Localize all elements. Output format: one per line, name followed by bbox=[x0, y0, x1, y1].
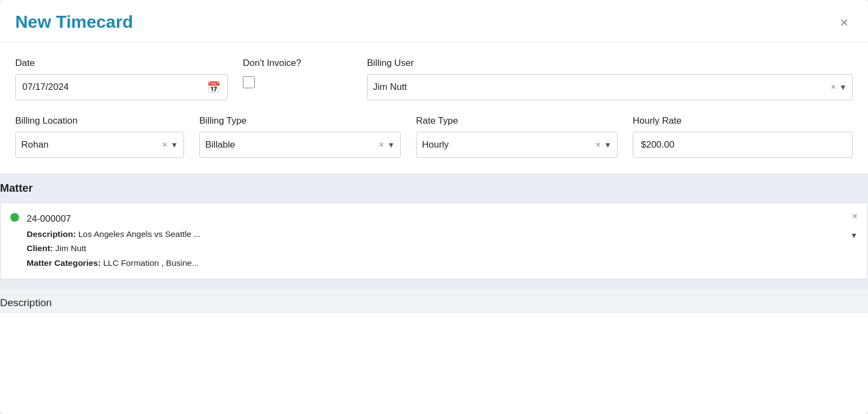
matter-status-dot bbox=[10, 213, 19, 222]
billing-type-select[interactable]: Billable × ▼ bbox=[199, 132, 401, 158]
matter-description-label: Description: bbox=[27, 229, 76, 239]
matter-info: 24-000007 Description: Los Angeles Angel… bbox=[27, 211, 201, 270]
billing-type-value: Billable bbox=[205, 139, 379, 150]
billing-user-clear-icon[interactable]: × bbox=[831, 82, 836, 92]
description-section-title: Description bbox=[0, 297, 868, 309]
matter-client-value: Jim Nutt bbox=[56, 243, 87, 253]
date-input-wrapper[interactable]: 📅 bbox=[15, 74, 228, 100]
modal-body: Date 📅 Don't Invoice? Billing User Jim N… bbox=[0, 42, 868, 158]
billing-location-label: Billing Location bbox=[15, 115, 184, 126]
rate-type-value: Hourly bbox=[422, 139, 596, 150]
matter-description-field: Description: Los Angeles Angels vs Seatt… bbox=[27, 227, 201, 241]
matter-client-field: Client: Jim Nutt bbox=[27, 241, 201, 255]
rate-type-group: Rate Type Hourly × ▼ bbox=[416, 115, 618, 158]
matter-card-right: × ▼ bbox=[850, 211, 858, 240]
modal-title: New Timecard bbox=[15, 12, 133, 32]
rate-type-dropdown-icon[interactable]: ▼ bbox=[604, 141, 612, 149]
dont-invoice-checkbox-wrapper bbox=[243, 74, 352, 88]
billing-location-clear-icon[interactable]: × bbox=[162, 140, 167, 150]
new-timecard-modal: New Timecard × Date 📅 Don't Invoice? Bil… bbox=[0, 0, 868, 414]
dont-invoice-label: Don't Invoice? bbox=[243, 58, 352, 69]
dont-invoice-group: Don't Invoice? bbox=[243, 58, 352, 88]
hourly-rate-input[interactable] bbox=[633, 132, 853, 158]
close-button[interactable]: × bbox=[836, 13, 853, 32]
billing-user-value: Jim Nutt bbox=[373, 82, 831, 93]
matter-section-title: Matter bbox=[0, 182, 868, 194]
matter-close-icon[interactable]: × bbox=[852, 211, 858, 221]
billing-location-value: Rohan bbox=[21, 139, 162, 150]
billing-type-group: Billing Type Billable × ▼ bbox=[199, 115, 401, 158]
matter-description-value: Los Angeles Angels vs Seattle ... bbox=[78, 229, 201, 239]
billing-location-group: Billing Location Rohan × ▼ bbox=[15, 115, 184, 158]
billing-user-label: Billing User bbox=[367, 58, 853, 69]
billing-location-select[interactable]: Rohan × ▼ bbox=[15, 132, 184, 158]
date-label: Date bbox=[15, 58, 228, 69]
form-row-2: Billing Location Rohan × ▼ Billing Type … bbox=[15, 115, 853, 158]
modal-header: New Timecard × bbox=[0, 0, 868, 42]
matter-dropdown-icon[interactable]: ▼ bbox=[850, 231, 858, 240]
matter-section: Matter 24-000007 Description: Los Angele… bbox=[0, 173, 868, 289]
rate-type-select[interactable]: Hourly × ▼ bbox=[416, 132, 618, 158]
billing-user-dropdown-icon[interactable]: ▼ bbox=[839, 83, 847, 92]
matter-categories-field: Matter Categories: LLC Formation , Busin… bbox=[27, 256, 201, 270]
billing-type-label: Billing Type bbox=[199, 115, 401, 126]
billing-type-dropdown-icon[interactable]: ▼ bbox=[387, 141, 395, 149]
hourly-rate-group: Hourly Rate bbox=[633, 115, 853, 158]
description-section: Description bbox=[0, 289, 868, 313]
dont-invoice-checkbox[interactable] bbox=[243, 76, 255, 88]
billing-user-group: Billing User Jim Nutt × ▼ bbox=[367, 58, 853, 100]
date-input[interactable] bbox=[22, 82, 203, 93]
billing-type-clear-icon[interactable]: × bbox=[379, 140, 384, 150]
calendar-icon[interactable]: 📅 bbox=[207, 81, 221, 94]
date-group: Date 📅 bbox=[15, 58, 228, 100]
matter-id: 24-000007 bbox=[27, 211, 201, 227]
hourly-rate-label: Hourly Rate bbox=[633, 115, 853, 126]
matter-categories-value: LLC Formation , Busine... bbox=[103, 258, 199, 267]
matter-client-label: Client: bbox=[27, 243, 53, 253]
rate-type-clear-icon[interactable]: × bbox=[596, 140, 601, 150]
rate-type-label: Rate Type bbox=[416, 115, 618, 126]
form-row-1: Date 📅 Don't Invoice? Billing User Jim N… bbox=[15, 58, 853, 100]
matter-card-left: 24-000007 Description: Los Angeles Angel… bbox=[10, 211, 201, 270]
matter-card: 24-000007 Description: Los Angeles Angel… bbox=[0, 202, 868, 279]
billing-user-select[interactable]: Jim Nutt × ▼ bbox=[367, 74, 853, 100]
matter-categories-label: Matter Categories: bbox=[27, 258, 101, 267]
billing-location-dropdown-icon[interactable]: ▼ bbox=[170, 141, 178, 149]
